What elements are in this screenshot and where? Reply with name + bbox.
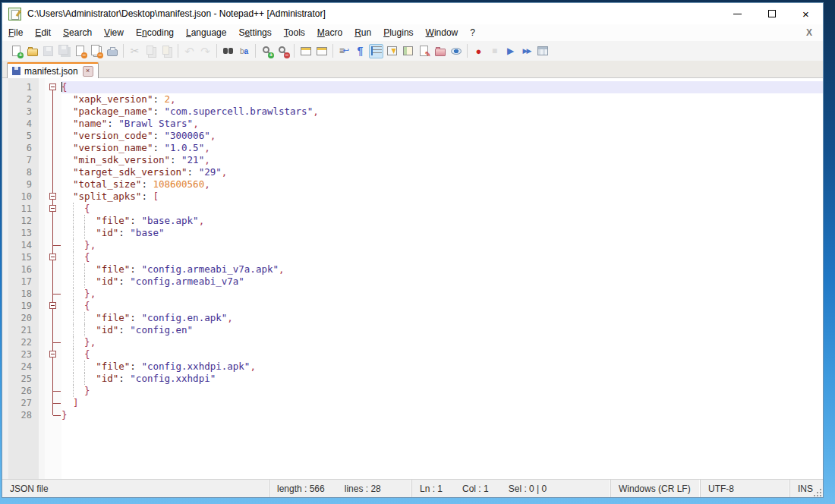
show-indent-guide-icon[interactable] — [369, 44, 383, 58]
macro-stop-icon[interactable]: ■ — [487, 44, 502, 58]
code-line[interactable]: "min_sdk_version": "21", — [61, 154, 823, 166]
code-line[interactable]: { — [61, 203, 823, 215]
fold-marker[interactable] — [45, 203, 61, 215]
word-wrap-icon[interactable]: ≡↩ — [337, 44, 351, 58]
fold-marker[interactable] — [45, 324, 61, 336]
fold-marker[interactable] — [45, 154, 61, 166]
open-file-icon[interactable] — [25, 44, 39, 58]
code-line[interactable]: } — [61, 409, 823, 421]
menu-item-encoding[interactable]: Encoding — [130, 25, 180, 40]
code-line[interactable]: "name": "Brawl Stars", — [61, 118, 823, 130]
find-icon[interactable] — [221, 44, 235, 58]
monitoring-icon[interactable] — [449, 44, 463, 58]
macro-play-icon[interactable]: ▶ — [503, 44, 518, 58]
fold-marker[interactable] — [45, 312, 61, 324]
code-line[interactable]: "version_name": "1.0.5", — [61, 142, 823, 154]
print-icon[interactable] — [105, 44, 119, 58]
menu-item-file[interactable]: File — [2, 25, 29, 40]
close-file-icon[interactable]: − — [73, 44, 87, 58]
close-button-icon[interactable]: × — [789, 3, 823, 24]
menu-item-help[interactable]: ? — [464, 25, 481, 40]
copy-icon[interactable] — [143, 44, 158, 58]
macro-run-multiple-icon[interactable]: ▶▶ — [519, 44, 534, 58]
menu-item-plugins[interactable]: Plugins — [377, 25, 419, 40]
menu-item-run[interactable]: Run — [348, 25, 377, 40]
editor-area[interactable]: 1234567891011121314151617181920212223242… — [2, 78, 823, 479]
maximize-button-icon[interactable] — [755, 3, 789, 24]
replace-icon[interactable]: ba — [237, 44, 251, 58]
fold-marker[interactable] — [45, 106, 61, 118]
code-line[interactable]: }, — [61, 336, 823, 348]
sync-horizontal-icon[interactable] — [314, 44, 329, 58]
code-line[interactable]: { — [61, 300, 823, 312]
save-all-icon[interactable] — [57, 44, 71, 58]
fold-marker[interactable] — [45, 166, 61, 178]
code-line[interactable]: "target_sdk_version": "29", — [61, 166, 823, 178]
menu-item-tools[interactable]: Tools — [278, 25, 311, 40]
menu-item-language[interactable]: Language — [180, 25, 232, 40]
code-line[interactable]: "file": "config.en.apk", — [61, 312, 823, 324]
code-line[interactable]: "id": "base" — [61, 227, 823, 239]
text-area[interactable]: { "xapk_version": 2, "package_name": "co… — [61, 78, 823, 479]
menu-item-settings[interactable]: Settings — [232, 25, 277, 40]
menu-item-search[interactable]: Search — [57, 25, 98, 40]
code-line[interactable]: "total_size": 108600560, — [61, 178, 823, 191]
tab-close-icon[interactable]: × — [83, 66, 93, 77]
fold-marker[interactable] — [45, 239, 61, 251]
code-line[interactable]: "file": "config.armeabi_v7a.apk", — [61, 263, 823, 276]
code-line[interactable]: "xapk_version": 2, — [61, 93, 823, 106]
fold-marker[interactable] — [45, 215, 61, 227]
fold-marker[interactable] — [45, 81, 61, 93]
show-all-characters-icon[interactable]: ¶ — [353, 44, 367, 58]
resize-grip[interactable] — [813, 488, 822, 497]
document-edit-icon[interactable]: ✎ — [417, 44, 431, 58]
tab-manifest-json[interactable]: manifest.json × — [7, 62, 99, 78]
code-line[interactable]: "file": "config.xxhdpi.apk", — [61, 361, 823, 373]
fold-margin[interactable] — [45, 78, 61, 479]
fold-marker[interactable] — [45, 397, 61, 409]
menu-item-view[interactable]: View — [98, 25, 130, 40]
fold-marker[interactable] — [45, 348, 61, 361]
menu-item-window[interactable]: Window — [420, 25, 465, 40]
fold-marker[interactable] — [45, 336, 61, 348]
code-line[interactable]: }, — [61, 239, 823, 251]
fold-marker[interactable] — [45, 118, 61, 130]
code-line[interactable]: "id": "config.xxhdpi" — [61, 373, 823, 385]
fold-marker[interactable] — [45, 409, 61, 421]
code-line[interactable]: "version_code": "300006", — [61, 130, 823, 142]
new-file-icon[interactable]: + — [9, 44, 24, 58]
fold-marker[interactable] — [45, 276, 61, 288]
code-line[interactable]: { — [61, 251, 823, 263]
fold-marker[interactable] — [45, 142, 61, 154]
cut-icon[interactable]: ✂ — [128, 44, 142, 58]
code-line[interactable]: "file": "base.apk", — [61, 215, 823, 227]
fold-marker[interactable] — [45, 178, 61, 191]
fold-marker[interactable] — [45, 385, 61, 397]
fold-marker[interactable] — [45, 361, 61, 373]
macro-record-icon[interactable]: ● — [471, 44, 486, 58]
menu-item-edit[interactable]: Edit — [29, 25, 57, 40]
menu-item-macro[interactable]: Macro — [311, 25, 348, 40]
redo-icon[interactable]: ↷ — [198, 44, 213, 58]
fold-marker[interactable] — [45, 373, 61, 385]
save-icon[interactable] — [41, 44, 55, 58]
undo-icon[interactable]: ↶ — [182, 44, 197, 58]
code-line[interactable]: ] — [61, 397, 823, 409]
code-line[interactable]: "id": "config.armeabi_v7a" — [61, 276, 823, 288]
code-line[interactable]: { — [61, 348, 823, 361]
code-line[interactable]: "id": "config.en" — [61, 324, 823, 336]
code-line[interactable]: "split_apks": [ — [61, 191, 823, 203]
fold-marker[interactable] — [45, 300, 61, 312]
document-map-icon[interactable] — [401, 44, 415, 58]
zoom-out-icon[interactable]: − — [276, 44, 290, 58]
user-defined-dialog-icon[interactable] — [385, 44, 399, 58]
fold-marker[interactable] — [45, 130, 61, 142]
code-line[interactable]: { — [61, 81, 823, 93]
minimize-button-icon[interactable] — [720, 3, 755, 24]
close-document-x-icon[interactable]: X — [796, 27, 823, 38]
sync-vertical-icon[interactable] — [298, 44, 313, 58]
code-line[interactable]: }, — [61, 288, 823, 300]
paste-icon[interactable] — [159, 44, 174, 58]
fold-marker[interactable] — [45, 93, 61, 106]
fold-marker[interactable] — [45, 191, 61, 203]
